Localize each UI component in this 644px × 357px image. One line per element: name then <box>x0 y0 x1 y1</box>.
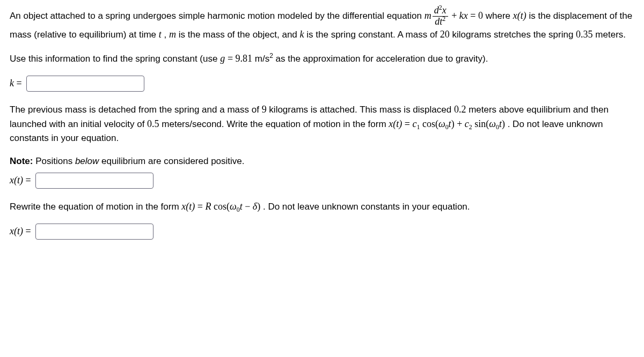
q2-text-4: meters/second. Write the equation of mot… <box>162 119 389 129</box>
note-text2: equilibrium are considered positive. <box>101 156 244 166</box>
xt1-input-row: x(t) = <box>10 173 634 189</box>
q2-text-1: The previous mass is detached from the s… <box>10 105 262 115</box>
note-label: Note: <box>10 156 33 166</box>
mass2-value: 9 <box>262 104 267 115</box>
q1-text-1: Use this information to find the spring … <box>10 54 220 64</box>
xt1-input[interactable] <box>35 173 153 189</box>
note-paragraph: Note: Positions below equilibrium are co… <box>10 154 634 168</box>
intro-text-8: meters. <box>595 29 626 40</box>
k-var: k <box>300 29 304 40</box>
intro-text-5: is the mass of the object, and <box>179 29 300 40</box>
k-input[interactable] <box>26 76 144 92</box>
intro-text-2: where <box>486 11 513 21</box>
diff-eq: md2xdt2 + kx = 0 <box>425 11 486 21</box>
intro-text-1: An object attached to a spring undergoes… <box>10 11 425 21</box>
vel-value: 0.5 <box>147 118 159 129</box>
xt2-label: x(t) = <box>10 224 31 239</box>
stretch-value: 0.35 <box>576 29 593 40</box>
question1-paragraph: Use this information to find the spring … <box>10 51 634 66</box>
intro-text-4: , <box>164 29 169 40</box>
q1-text-3: as the approximation for acceleration du… <box>276 54 488 64</box>
xt1-label: x(t) = <box>10 173 31 188</box>
motion-eq-form1: x(t) = c1 cos(ω0t) + c2 sin(ω0t) <box>389 119 507 129</box>
note-em: below <box>75 156 99 166</box>
intro-text-7: kilograms stretches the spring <box>452 29 576 40</box>
q3-text-2: . Do not leave unknown constants in your… <box>263 202 470 212</box>
g-var: g <box>220 53 225 64</box>
xt2-input-row: x(t) = <box>10 224 634 240</box>
intro-text-6: is the spring constant. A mass of <box>306 29 440 40</box>
g-value: 9.81 <box>236 53 253 64</box>
k-label: k = <box>10 76 22 91</box>
m-var: m <box>169 29 176 40</box>
xt2-input[interactable] <box>35 224 153 240</box>
q2-text-2: kilograms is attached. This mass is disp… <box>269 105 454 115</box>
k-input-row: k = <box>10 76 634 92</box>
t-var: t <box>159 29 162 40</box>
note-text: Positions <box>35 156 75 166</box>
q3-text-1: Rewrite the equation of motion in the fo… <box>10 202 181 212</box>
xt-var: x(t) <box>513 10 526 21</box>
disp-value: 0.2 <box>454 104 466 115</box>
question3-paragraph: Rewrite the equation of motion in the fo… <box>10 199 634 214</box>
q1-text-2: m/s <box>255 54 269 64</box>
intro-paragraph: An object attached to a spring undergoes… <box>10 5 634 42</box>
mass1-value: 20 <box>440 29 450 40</box>
question2-paragraph: The previous mass is detached from the s… <box>10 102 634 145</box>
motion-eq-form2: x(t) = R cos(ω0t − δ) <box>181 202 263 212</box>
